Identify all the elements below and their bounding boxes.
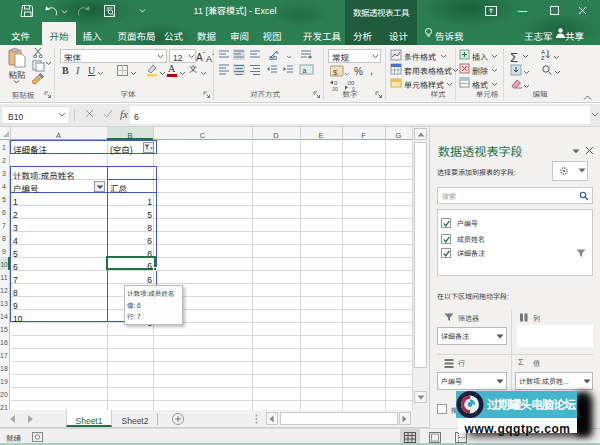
svg-text:a: a [303,65,307,75]
svg-text:$: $ [333,66,338,77]
svg-text:%: % [354,65,363,77]
svg-text:fx: fx [120,108,128,120]
svg-text:Z: Z [541,53,545,61]
svg-text:,: , [370,65,373,77]
svg-text:ab: ab [269,52,277,61]
